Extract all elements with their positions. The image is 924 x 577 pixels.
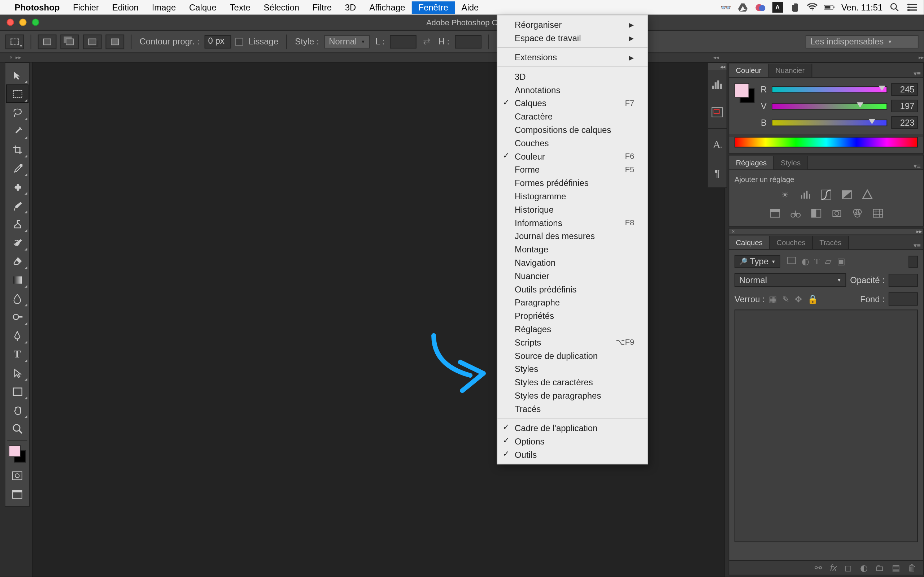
lock-all-icon[interactable]: 🔒	[807, 294, 818, 304]
menu-image[interactable]: Image	[145, 1, 182, 14]
adj-bw-icon[interactable]	[808, 206, 823, 220]
panels-collapse-handle[interactable]: ▸▸	[728, 53, 924, 62]
swap-wh-icon[interactable]: ⇄	[421, 37, 433, 47]
gradient-tool[interactable]	[6, 271, 29, 289]
feather-input[interactable]: 0 px	[205, 35, 231, 48]
creative-cloud-icon[interactable]	[755, 2, 765, 13]
layer-fx-icon[interactable]: fx	[830, 562, 837, 573]
layer-mask-icon[interactable]: ◻	[845, 562, 852, 573]
slider-handle[interactable]	[868, 118, 875, 124]
menu-item-r-organiser[interactable]: Réorganiser▶	[497, 18, 648, 31]
color-spectrum-ramp[interactable]	[734, 137, 918, 147]
fill-input[interactable]	[889, 292, 918, 306]
menu-item-scripts[interactable]: Scripts⌥F9	[497, 335, 648, 349]
menu-item-forme[interactable]: FormeF5	[497, 163, 648, 176]
menu-item-informations[interactable]: InformationsF8	[497, 216, 648, 229]
google-drive-icon[interactable]	[738, 2, 748, 13]
menu-item-nuancier[interactable]: Nuancier	[497, 269, 648, 282]
style-dropdown[interactable]: Normal▼	[324, 35, 370, 48]
menu-item-styles[interactable]: Styles	[497, 362, 648, 376]
notification-center-icon[interactable]	[907, 2, 917, 13]
link-layers-icon[interactable]: ⚯	[815, 562, 822, 573]
menu-item-cadre-de-l-application[interactable]: ✓Cadre de l'application	[497, 421, 648, 435]
menu-item-r-glages[interactable]: Réglages	[497, 322, 648, 335]
panel-collapse-icon[interactable]: ▸▸	[915, 229, 923, 235]
width-input[interactable]	[390, 35, 416, 48]
menu-3d[interactable]: 3D	[338, 1, 362, 14]
antialias-checkbox[interactable]	[235, 37, 243, 45]
dodge-tool[interactable]	[6, 308, 29, 326]
rectangle-tool[interactable]	[6, 382, 29, 401]
blend-mode-dropdown[interactable]: Normal▼	[734, 273, 846, 287]
menubar-clock[interactable]: Ven. 11:51	[841, 2, 882, 12]
eyedropper-tool[interactable]	[6, 159, 29, 178]
tab-adjustments[interactable]: Réglages	[729, 156, 774, 169]
app-name[interactable]: Photoshop	[14, 2, 59, 12]
slider-value-input[interactable]: 223	[891, 116, 918, 129]
menu-item-journal-des-mesures[interactable]: Journal des mesures	[497, 229, 648, 243]
marquee-mode-add[interactable]	[60, 34, 79, 49]
quick-mask-toggle[interactable]	[6, 466, 29, 485]
panel-close-icon[interactable]: ×	[729, 229, 737, 235]
glasses-icon[interactable]: 👓	[720, 2, 731, 13]
eraser-tool[interactable]	[6, 251, 29, 271]
character-panel-icon[interactable]: A	[708, 131, 726, 158]
lock-transparency-icon[interactable]: ▦	[769, 294, 777, 304]
menu-item-outils[interactable]: ✓Outils	[497, 448, 648, 461]
new-group-icon[interactable]: 🗀	[875, 562, 884, 573]
adj-channelmixer-icon[interactable]	[850, 206, 864, 220]
menu-item-couches[interactable]: Couches	[497, 136, 648, 150]
foreground-background-swatches[interactable]	[9, 445, 26, 463]
lock-pixels-icon[interactable]: ✎	[782, 294, 789, 304]
menu-texte[interactable]: Texte	[223, 1, 257, 14]
menu-affichage[interactable]: Affichage	[363, 1, 412, 14]
layer-filter-toggle[interactable]	[908, 255, 918, 267]
slider-track[interactable]	[772, 103, 887, 109]
menu-item-formes-pr-d-finies[interactable]: Formes prédéfinies	[497, 176, 648, 190]
type-tool[interactable]: T	[6, 345, 29, 364]
adj-levels-icon[interactable]	[799, 187, 813, 202]
adobe-badge-icon[interactable]: A	[772, 2, 783, 13]
menu-sélection[interactable]: Sélection	[257, 1, 306, 14]
slider-value-input[interactable]: 245	[891, 83, 918, 96]
lock-position-icon[interactable]: ✥	[795, 294, 802, 304]
wifi-icon[interactable]	[807, 2, 817, 13]
spotlight-icon[interactable]	[889, 2, 900, 13]
pen-tool[interactable]	[6, 326, 29, 345]
menu-calque[interactable]: Calque	[183, 1, 223, 14]
paragraph-panel-icon[interactable]: ¶	[708, 160, 726, 186]
workspace-switcher[interactable]: Les indispensables▼	[806, 35, 919, 48]
marquee-mode-new[interactable]	[38, 34, 57, 49]
navigator-panel-icon[interactable]	[708, 99, 726, 126]
adj-hue-icon[interactable]	[767, 206, 782, 220]
magic-wand-tool[interactable]	[6, 122, 29, 140]
menu-item-caract-re[interactable]: Caractère	[497, 110, 648, 123]
menu-item-paragraphe[interactable]: Paragraphe	[497, 296, 648, 309]
menu-item-compositions-de-calques[interactable]: Compositions de calques	[497, 123, 648, 136]
adj-brightness-icon[interactable]: ☀	[778, 187, 792, 202]
new-layer-icon[interactable]: ▤	[892, 562, 900, 573]
right-strip-collapse-handle[interactable]: ◂◂	[704, 53, 729, 62]
menu-item-montage[interactable]: Montage	[497, 243, 648, 256]
filter-shape-icon[interactable]: ▱	[825, 256, 831, 266]
menu-item-trac-s[interactable]: Tracés	[497, 402, 648, 415]
adj-photofilter-icon[interactable]	[829, 206, 844, 220]
screen-mode-switcher[interactable]	[6, 485, 29, 504]
move-tool[interactable]	[6, 66, 29, 84]
current-tool-preset[interactable]: ▾	[5, 34, 24, 49]
new-fill-adjustment-icon[interactable]: ◐	[860, 562, 867, 573]
adj-exposure-icon[interactable]	[840, 187, 854, 202]
adjustments-panel-menu[interactable]: ▾≡	[911, 160, 923, 170]
menu-item-historique[interactable]: Historique	[497, 203, 648, 216]
slider-track[interactable]	[772, 119, 887, 126]
slider-value-input[interactable]: 197	[891, 100, 918, 112]
menu-item-3d[interactable]: 3D	[497, 70, 648, 83]
menu-item-styles-de-caract-res[interactable]: Styles de caractères	[497, 376, 648, 389]
menu-item-propri-t-s[interactable]: Propriétés	[497, 309, 648, 322]
menu-filtre[interactable]: Filtre	[306, 1, 338, 14]
menu-fichier[interactable]: Fichier	[66, 1, 106, 14]
history-brush-tool[interactable]	[6, 233, 29, 252]
adj-colorbalance-icon[interactable]	[788, 206, 802, 220]
adj-colorlookup-icon[interactable]	[870, 206, 885, 220]
menu-item-outils-pr-d-finis[interactable]: Outils prédéfinis	[497, 282, 648, 296]
